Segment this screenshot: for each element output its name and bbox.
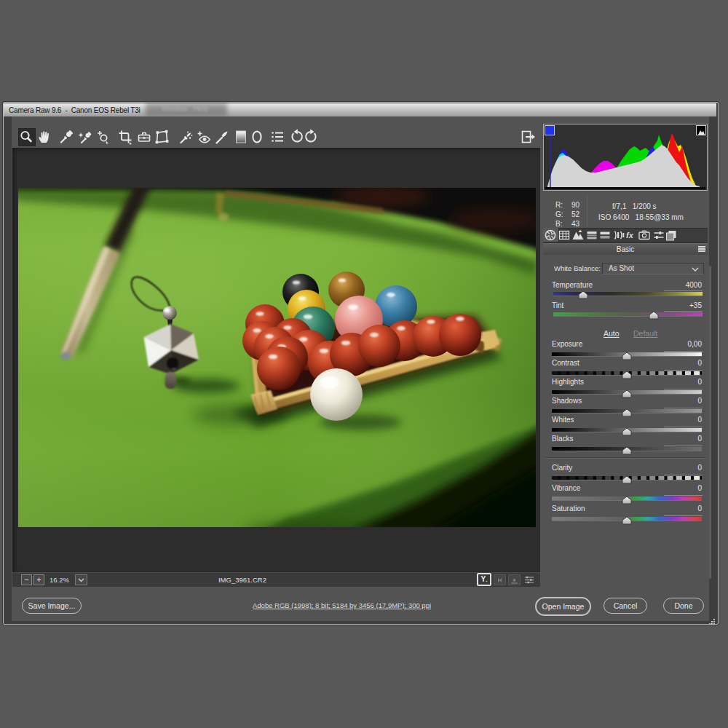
svg-text:fx: fx (626, 231, 634, 240)
